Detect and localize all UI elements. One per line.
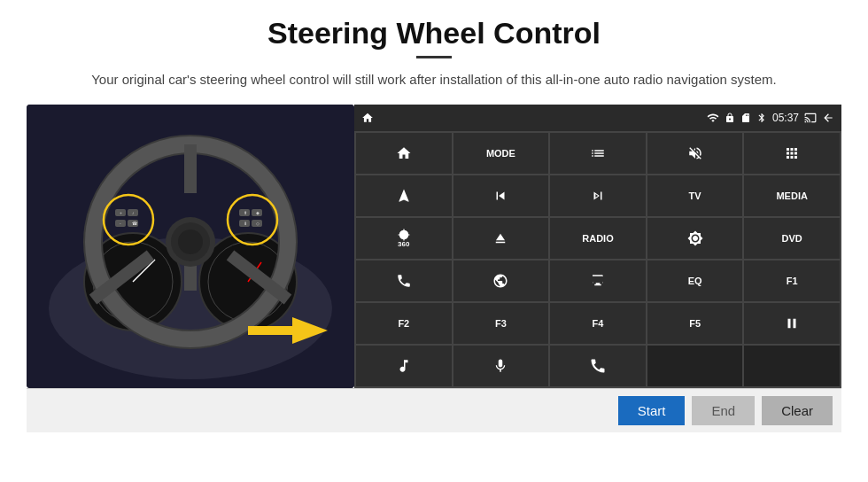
btn-screen[interactable]: [550, 260, 646, 301]
btn-web[interactable]: [453, 260, 549, 301]
btn-eq[interactable]: EQ: [647, 260, 743, 301]
btn-callend[interactable]: [550, 346, 646, 386]
end-button[interactable]: End: [692, 396, 755, 425]
svg-text:⬇: ⬇: [244, 221, 247, 226]
control-panel: 05:37 MODE: [354, 105, 841, 388]
page-title: Steering Wheel Control: [267, 16, 601, 51]
btn-playpause[interactable]: [744, 303, 840, 344]
btn-empty1: [647, 346, 743, 386]
btn-eject[interactable]: [453, 218, 549, 259]
title-divider: [416, 56, 452, 58]
btn-f4[interactable]: F4: [550, 303, 646, 344]
btn-radio[interactable]: RADIO: [550, 218, 646, 259]
status-bar: 05:37: [354, 105, 841, 131]
svg-text:◆: ◆: [256, 210, 260, 215]
btn-mic[interactable]: [453, 346, 549, 386]
steering-wheel-image: + ♪ - ☎ ⬆ ◆ ⬇ ◇: [27, 105, 354, 388]
btn-f5[interactable]: F5: [647, 303, 743, 344]
page-container: Steering Wheel Control Your original car…: [0, 0, 868, 482]
btn-list[interactable]: [550, 133, 646, 174]
btn-tv[interactable]: TV: [647, 175, 743, 216]
clear-button[interactable]: Clear: [762, 396, 833, 425]
back-icon: [822, 112, 834, 124]
btn-brightness[interactable]: [647, 218, 743, 259]
btn-f3[interactable]: F3: [453, 303, 549, 344]
svg-text:☎: ☎: [132, 221, 137, 226]
start-button[interactable]: Start: [618, 396, 686, 425]
btn-empty2: [744, 346, 840, 386]
svg-text:+: +: [120, 210, 122, 215]
btn-next[interactable]: [550, 175, 646, 216]
status-left: [361, 112, 374, 124]
home-status-icon: [361, 112, 374, 124]
cast-icon: [804, 112, 817, 124]
btn-phone[interactable]: [356, 260, 452, 301]
btn-f1[interactable]: F1: [744, 260, 840, 301]
button-grid: MODE TV: [354, 131, 841, 388]
svg-point-17: [178, 229, 203, 254]
btn-mode[interactable]: MODE: [453, 133, 549, 174]
lock-icon: [725, 113, 735, 123]
content-area: + ♪ - ☎ ⬆ ◆ ⬇ ◇: [27, 105, 841, 388]
svg-text:⬆: ⬆: [244, 210, 247, 215]
svg-rect-37: [248, 326, 297, 335]
btn-apps[interactable]: [744, 133, 840, 174]
svg-text:◇: ◇: [256, 221, 260, 226]
bluetooth-icon: [756, 113, 767, 123]
bottom-action-bar: Start End Clear: [27, 388, 841, 432]
btn-media[interactable]: MEDIA: [744, 175, 840, 216]
btn-home[interactable]: [356, 133, 452, 174]
btn-music[interactable]: [356, 346, 452, 386]
page-subtitle: Your original car's steering wheel contr…: [91, 69, 777, 90]
status-right: 05:37: [707, 112, 834, 124]
btn-mute[interactable]: [647, 133, 743, 174]
btn-dvd[interactable]: DVD: [744, 218, 840, 259]
btn-prev[interactable]: [453, 175, 549, 216]
wifi-icon: [707, 112, 719, 124]
btn-360cam[interactable]: 360: [356, 218, 452, 259]
btn-nav[interactable]: [356, 175, 452, 216]
time-display: 05:37: [772, 112, 799, 124]
btn-f2[interactable]: F2: [356, 303, 452, 344]
sd-icon: [740, 113, 751, 123]
